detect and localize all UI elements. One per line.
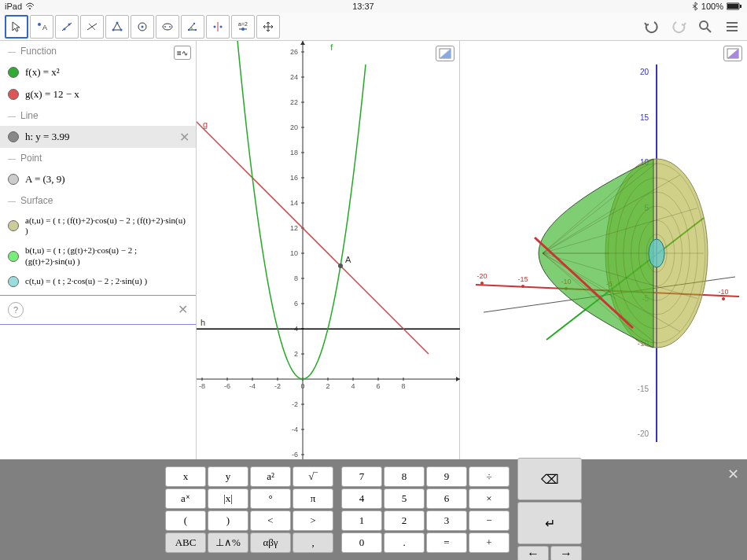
tool-perpendicular[interactable] — [80, 15, 104, 39]
tool-reflect[interactable] — [206, 15, 230, 39]
visibility-toggle[interactable] — [8, 67, 19, 78]
section-header[interactable]: Surface — [0, 190, 196, 211]
svg-point-19 — [188, 28, 190, 30]
svg-point-28 — [700, 21, 708, 29]
algebra-item[interactable]: c(t,u) = ( t ; 2·cos(u) − 2 ; 2·sin(u) ) — [0, 271, 196, 292]
visibility-toggle[interactable] — [8, 220, 19, 231]
visibility-toggle[interactable] — [8, 89, 19, 100]
algebra-item[interactable]: b(t,u) = ( t ; (g(t)+2)·cos(u) − 2 ; (g(… — [0, 241, 196, 271]
key-[interactable]: < — [250, 510, 291, 531]
algebra-item[interactable]: g(x) = 12 − x — [0, 83, 196, 105]
key-0[interactable]: 0 — [341, 532, 382, 553]
key-[interactable]: ÷ — [469, 466, 510, 487]
section-header[interactable]: Function — [0, 41, 196, 61]
keyboard-close-button[interactable]: ✕ — [727, 466, 739, 483]
key-x[interactable]: x — [165, 466, 206, 487]
tool-ellipse[interactable] — [156, 15, 179, 39]
key-backspace[interactable]: ⌫ — [517, 458, 582, 500]
visibility-toggle[interactable] — [8, 276, 19, 287]
algebra-item[interactable]: f(x) = x² — [0, 61, 196, 83]
key-3[interactable]: 3 — [426, 510, 467, 531]
visibility-toggle[interactable] — [8, 131, 19, 142]
key-[interactable]: ) — [208, 510, 248, 531]
search-button[interactable] — [695, 17, 716, 37]
algebra-view-toggle[interactable]: ≡∿ — [174, 46, 191, 60]
help-button[interactable]: ? — [8, 302, 24, 318]
graphics-view-3d[interactable]: 2015105-5-10-15-20-20-15-10-5-10 — [460, 41, 747, 459]
key-[interactable]: > — [293, 510, 333, 531]
svg-point-91 — [338, 263, 343, 268]
tool-pointer[interactable] — [5, 15, 28, 39]
key-[interactable]: ° — [250, 488, 291, 509]
algebra-item[interactable]: a(t,u) = ( t ; (f(t)+2)·cos(u) − 2 ; (f(… — [0, 211, 196, 241]
tool-polygon[interactable] — [105, 15, 129, 39]
svg-text:-20: -20 — [477, 272, 487, 280]
graphics-3d-toggle[interactable] — [723, 46, 742, 61]
key-5[interactable]: 5 — [384, 488, 425, 509]
key-[interactable]: ⊥∧% — [208, 532, 248, 553]
algebra-item[interactable]: h: y = 3.99✕ — [0, 126, 196, 148]
algebra-input[interactable] — [30, 304, 171, 315]
key-4[interactable]: 4 — [341, 488, 382, 509]
tool-slider[interactable]: a=2 — [231, 15, 255, 39]
svg-text:-6: -6 — [224, 382, 230, 390]
item-expression: c(t,u) = ( t ; 2·cos(u) − 2 ; 2·sin(u) ) — [25, 276, 147, 286]
tool-line[interactable] — [55, 15, 79, 39]
svg-point-106 — [480, 282, 484, 285]
key-enter[interactable]: ↵ — [517, 502, 582, 544]
main-area: ≡∿ Functionf(x) = x²g(x) = 12 − xLineh: … — [0, 41, 747, 459]
key-[interactable]: − — [469, 510, 510, 531]
key-[interactable]: π — [293, 488, 333, 509]
item-delete-button[interactable]: ✕ — [179, 130, 190, 145]
key-a[interactable]: a² — [250, 466, 291, 487]
redo-button[interactable] — [668, 17, 689, 37]
tool-point[interactable]: A — [30, 15, 53, 39]
key-ABC[interactable]: ABC — [165, 532, 206, 553]
svg-point-18 — [169, 26, 171, 28]
key-8[interactable]: 8 — [384, 466, 425, 487]
tool-circle[interactable] — [131, 15, 154, 39]
graph-2d-canvas[interactable]: -8-6-4-202468-6-4-2246810121416182022242… — [197, 41, 460, 459]
item-expression: f(x) = x² — [25, 66, 60, 79]
key-left[interactable]: ← — [517, 546, 549, 560]
key-[interactable]: ( — [165, 510, 206, 531]
key-[interactable]: + — [469, 532, 510, 553]
key-[interactable]: , — [293, 532, 333, 553]
key-[interactable]: = — [426, 532, 467, 553]
svg-point-13 — [120, 28, 123, 31]
key-[interactable]: × — [469, 488, 510, 509]
key-7[interactable]: 7 — [341, 466, 382, 487]
key-2[interactable]: 2 — [384, 510, 425, 531]
section-header[interactable]: Line — [0, 105, 196, 126]
key-6[interactable]: 6 — [426, 488, 467, 509]
key-[interactable]: αβγ — [250, 532, 291, 553]
item-expression: b(t,u) = ( t ; (g(t)+2)·cos(u) − 2 ; (g(… — [25, 245, 188, 266]
section-header[interactable]: Point — [0, 148, 196, 168]
svg-text:h: h — [201, 318, 205, 327]
key-[interactable]: √‾ — [293, 466, 333, 487]
graph-3d-canvas[interactable]: 2015105-5-10-15-20-20-15-10-5-10 — [460, 41, 747, 459]
svg-point-114 — [722, 297, 725, 300]
visibility-toggle[interactable] — [8, 251, 19, 262]
input-clear-button[interactable]: ✕ — [178, 302, 188, 317]
key-a[interactable]: aˣ — [165, 488, 206, 509]
svg-text:2: 2 — [326, 382, 329, 390]
key-right[interactable]: → — [550, 546, 582, 560]
key-x[interactable]: |x| — [208, 488, 248, 509]
svg-text:4: 4 — [351, 382, 355, 390]
svg-point-23 — [214, 25, 216, 28]
key-y[interactable]: y — [208, 466, 248, 487]
graphics-2d-toggle[interactable] — [436, 46, 454, 61]
svg-point-15 — [142, 25, 144, 28]
key-1[interactable]: 1 — [341, 510, 382, 531]
graphics-view-2d[interactable]: -8-6-4-202468-6-4-2246810121416182022242… — [197, 41, 460, 459]
key-9[interactable]: 9 — [426, 466, 467, 487]
algebra-item[interactable]: A = (3, 9) — [0, 168, 196, 190]
undo-button[interactable] — [642, 17, 662, 37]
svg-text:-10: -10 — [718, 288, 728, 296]
tool-move[interactable] — [256, 15, 280, 39]
menu-button[interactable] — [722, 17, 742, 37]
visibility-toggle[interactable] — [8, 174, 19, 185]
tool-angle[interactable] — [181, 15, 204, 39]
key-[interactable]: . — [384, 532, 425, 553]
